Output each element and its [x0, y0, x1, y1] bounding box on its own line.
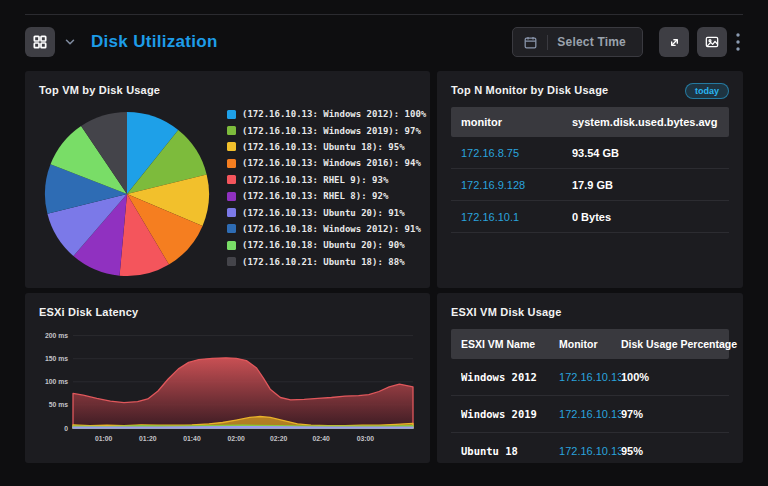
legend-swatch: [227, 159, 236, 168]
legend-label: (172.16.10.13: Windows 2019): 97%: [242, 126, 421, 136]
x-tick-label: 02:00: [228, 435, 246, 442]
legend-label: (172.16.10.13: RHEL 9): 93%: [242, 175, 388, 185]
pie-legend: (172.16.10.13: Windows 2012): 100%(172.1…: [227, 106, 416, 278]
column-header: system.disk.used.bytes.avg: [572, 116, 719, 128]
legend-swatch: [227, 257, 236, 266]
legend-item[interactable]: (172.16.10.13: RHEL 8): 92%: [227, 188, 416, 204]
panel-top-n-monitor: Top N Monitor by Disk Usage today monito…: [437, 71, 743, 288]
legend-item[interactable]: (172.16.10.21: Ubuntu 18): 88%: [227, 254, 416, 270]
x-tick-label: 02:40: [313, 435, 331, 442]
area-series: [73, 358, 413, 428]
legend-swatch: [227, 175, 236, 184]
x-tick-label: 01:00: [95, 435, 113, 442]
snapshot-button[interactable]: [697, 27, 727, 57]
table-cell: 97%: [621, 408, 719, 420]
x-tick-label: 03:00: [357, 435, 375, 442]
table-row: Windows 2019172.16.10.1397%: [451, 396, 729, 433]
monitor-link[interactable]: 172.16.10.1: [461, 211, 572, 223]
legend-swatch: [227, 126, 236, 135]
legend-label: (172.16.10.13: Windows 2016): 94%: [242, 158, 421, 168]
legend-swatch: [227, 192, 236, 201]
x-tick-label: 02:20: [270, 435, 288, 442]
legend-label: (172.16.10.18: Windows 2012): 91%: [242, 224, 421, 234]
today-badge[interactable]: today: [685, 83, 729, 99]
monitor-link[interactable]: 172.16.9.128: [461, 179, 572, 191]
legend-label: (172.16.10.18: Ubuntu 20): 90%: [242, 240, 405, 250]
legend-swatch: [227, 110, 236, 119]
expand-diagonal-icon: [667, 35, 682, 50]
select-time-label: Select Time: [557, 35, 626, 49]
column-header: ESXI VM Name: [461, 338, 559, 350]
y-tick-label: 100 ms: [45, 378, 68, 385]
calendar-icon: [523, 35, 538, 50]
panel-title: ESXI VM Disk Usage: [451, 306, 729, 318]
monitor-link[interactable]: 172.16.10.13: [559, 371, 621, 383]
select-time-button[interactable]: Select Time: [512, 27, 643, 57]
button-divider: [547, 35, 548, 50]
monitor-link[interactable]: 172.16.8.75: [461, 147, 572, 159]
legend-label: (172.16.10.13: Windows 2012): 100%: [242, 109, 426, 119]
header-bar: Disk Utilization Select Time: [25, 14, 743, 69]
grid-icon: [32, 34, 48, 50]
legend-label: (172.16.10.13: Ubuntu 20): 91%: [242, 208, 405, 218]
x-tick-label: 01:40: [183, 435, 201, 442]
column-header: Disk Usage Percentage: [621, 338, 719, 350]
panel-esxi-disk-latency: ESXi Disk Latency 200 ms150 ms100 ms50 m…: [25, 293, 430, 463]
table-row: 172.16.8.7593.54 GB: [451, 137, 729, 169]
x-tick-label: 01:20: [139, 435, 157, 442]
panel-esxi-vm-disk-usage: ESXI VM Disk Usage ESXI VM NameMonitorDi…: [437, 293, 743, 463]
table-cell: 17.9 GB: [572, 179, 719, 191]
latency-chart-svg: 200 ms150 ms100 ms50 ms001:0001:2001:400…: [39, 324, 416, 450]
table-header-row: ESXI VM NameMonitorDisk Usage Percentage: [451, 329, 729, 359]
fullscreen-button[interactable]: [659, 27, 689, 57]
chevron-down-icon: [63, 35, 77, 49]
y-tick-label: 0: [64, 425, 68, 432]
table-row: Ubuntu 18172.16.10.1395%: [451, 433, 729, 463]
legend-item[interactable]: (172.16.10.13: Windows 2019): 97%: [227, 122, 416, 138]
pie-chart-area: (172.16.10.13: Windows 2012): 100%(172.1…: [39, 98, 416, 278]
table-header-row: monitorsystem.disk.used.bytes.avg: [451, 107, 729, 137]
legend-swatch: [227, 224, 236, 233]
dashboard: Disk Utilization Select Time: [0, 14, 768, 486]
dashboard-selector-chevron[interactable]: [61, 35, 79, 49]
column-header: Monitor: [559, 338, 621, 350]
legend-item[interactable]: (172.16.10.13: RHEL 9): 93%: [227, 172, 416, 188]
top-n-table: monitorsystem.disk.used.bytes.avg172.16.…: [451, 107, 729, 233]
monitor-link[interactable]: 172.16.10.13: [559, 408, 621, 420]
page-title: Disk Utilization: [91, 32, 218, 52]
vm-disk-usage-table: ESXI VM NameMonitorDisk Usage Percentage…: [451, 329, 729, 463]
table-row: Windows 2012172.16.10.13100%: [451, 359, 729, 396]
more-options-button[interactable]: [733, 32, 743, 52]
legend-item[interactable]: (172.16.10.18: Windows 2012): 91%: [227, 221, 416, 237]
pie-chart-svg: [43, 110, 211, 278]
table-cell: 100%: [621, 371, 719, 383]
table-cell: Ubuntu 18: [461, 445, 559, 457]
legend-label: (172.16.10.21: Ubuntu 18): 88%: [242, 257, 405, 267]
table-cell: 95%: [621, 445, 719, 457]
y-tick-label: 50 ms: [49, 401, 68, 408]
legend-label: (172.16.10.13: RHEL 8): 92%: [242, 191, 388, 201]
panel-title: ESXi Disk Latency: [39, 306, 416, 318]
legend-item[interactable]: (172.16.10.13: Windows 2012): 100%: [227, 106, 416, 122]
column-header: monitor: [461, 116, 572, 128]
legend-swatch: [227, 142, 236, 151]
panel-title: Top VM by Disk Usage: [39, 84, 416, 96]
table-cell: Windows 2019: [461, 408, 559, 420]
legend-item[interactable]: (172.16.10.18: Ubuntu 20): 90%: [227, 237, 416, 253]
monitor-link[interactable]: 172.16.10.13: [559, 445, 621, 457]
legend-swatch: [227, 208, 236, 217]
dashboard-grid-button[interactable]: [25, 27, 55, 57]
table-cell: Windows 2012: [461, 371, 559, 383]
legend-swatch: [227, 241, 236, 250]
legend-item[interactable]: (172.16.10.13: Windows 2016): 94%: [227, 155, 416, 171]
legend-label: (172.16.10.13: Ubuntu 18): 95%: [242, 142, 405, 152]
panel-grid: Top VM by Disk Usage (172.16.10.13: Wind…: [0, 69, 768, 463]
y-tick-label: 200 ms: [45, 332, 68, 339]
area-series: [73, 427, 413, 428]
kebab-icon: [735, 32, 741, 52]
table-row: 172.16.9.12817.9 GB: [451, 169, 729, 201]
legend-item[interactable]: (172.16.10.13: Ubuntu 20): 91%: [227, 204, 416, 220]
table-cell: 93.54 GB: [572, 147, 719, 159]
table-row: 172.16.10.10 Bytes: [451, 201, 729, 233]
legend-item[interactable]: (172.16.10.13: Ubuntu 18): 95%: [227, 139, 416, 155]
